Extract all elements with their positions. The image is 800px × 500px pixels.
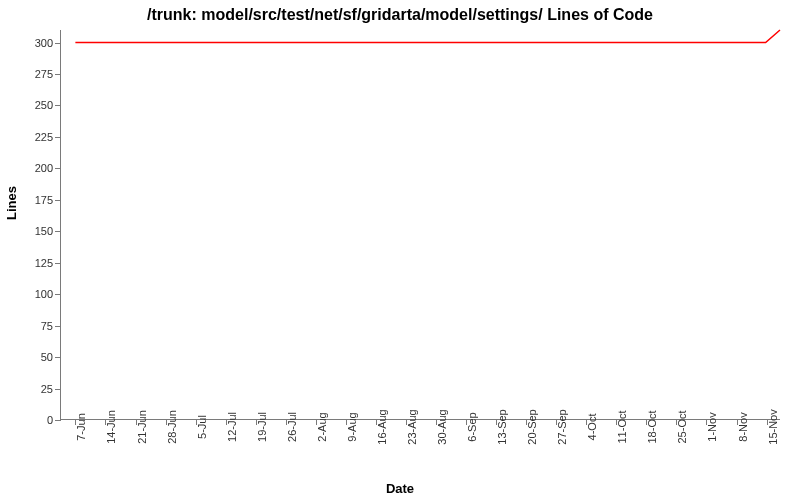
y-tick-label: 0 (47, 414, 53, 426)
y-axis-label: Lines (4, 186, 19, 220)
y-tick-label: 300 (35, 37, 53, 49)
plot-area: 02550751001251501752002252502753007-Jun1… (60, 30, 780, 420)
y-tick-label: 125 (35, 257, 53, 269)
y-tick-label: 225 (35, 131, 53, 143)
y-tick-label: 50 (41, 351, 53, 363)
y-tick-label: 75 (41, 320, 53, 332)
chart-title: /trunk: model/src/test/net/sf/gridarta/m… (0, 6, 800, 24)
y-tick-label: 275 (35, 68, 53, 80)
series-line (61, 30, 780, 419)
y-tick-label: 200 (35, 162, 53, 174)
y-tick-label: 150 (35, 225, 53, 237)
y-tick (55, 420, 61, 421)
x-axis-label: Date (0, 481, 800, 496)
y-tick-label: 250 (35, 99, 53, 111)
y-tick-label: 175 (35, 194, 53, 206)
y-tick-label: 100 (35, 288, 53, 300)
y-tick-label: 25 (41, 383, 53, 395)
